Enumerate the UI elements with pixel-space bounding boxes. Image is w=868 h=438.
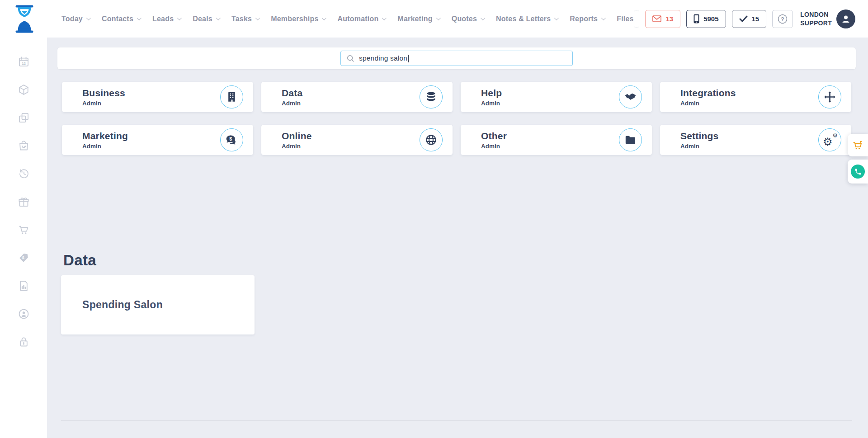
topbar-search <box>634 10 640 28</box>
avatar-person-icon <box>840 14 851 24</box>
gift-icon[interactable] <box>18 196 30 208</box>
chevron-down-icon <box>554 16 559 20</box>
database-icon <box>425 91 437 103</box>
nav-item-marketing[interactable]: Marketing <box>397 15 439 23</box>
nav-item-automation[interactable]: Automation <box>337 15 385 23</box>
history-icon[interactable] <box>18 168 30 180</box>
app-logo-hourglass-icon[interactable] <box>14 5 34 33</box>
chevron-down-icon <box>436 16 441 20</box>
module-search-value: spending salon <box>359 54 407 62</box>
topbar-search-input[interactable] <box>634 10 640 28</box>
nav-item-leads[interactable]: Leads <box>152 15 180 23</box>
result-item-spending-salon[interactable]: Spending Salon <box>61 275 255 334</box>
nav-item-files[interactable]: Files <box>617 15 633 23</box>
envelope-icon <box>652 15 661 22</box>
svg-text:?: ? <box>781 16 784 22</box>
question-icon: ? <box>778 14 788 24</box>
nav-item-today[interactable]: Today <box>61 15 90 23</box>
main-navigation: Today Contacts Leads Deals Tasks Members… <box>61 15 634 23</box>
chevron-down-icon <box>177 16 182 20</box>
nav-item-contacts[interactable]: Contacts <box>102 15 140 23</box>
card-settings-admin[interactable]: Settings Admin ⚙ ⚙ <box>660 125 851 155</box>
cube-icon[interactable] <box>18 84 30 96</box>
report-icon[interactable] <box>18 280 30 292</box>
card-other-admin[interactable]: Other Admin <box>461 125 652 155</box>
svg-text:12: 12 <box>22 61 26 66</box>
main-content: spending salon Business Admin <box>47 38 868 438</box>
chevron-down-icon <box>481 16 485 20</box>
chevron-down-icon <box>382 16 387 20</box>
chevron-down-icon <box>601 16 606 20</box>
cart-icon[interactable] <box>18 224 30 236</box>
admin-cards-grid: Business Admin Data Admin <box>62 82 851 155</box>
card-integrations-admin[interactable]: Integrations Admin <box>660 82 851 112</box>
nav-item-deals[interactable]: Deals <box>193 15 219 23</box>
chevron-down-icon <box>255 16 260 20</box>
user-circle-icon[interactable] <box>18 308 30 320</box>
folder-icon <box>624 134 637 146</box>
check-icon <box>739 15 748 22</box>
building-icon <box>226 91 238 103</box>
nav-item-tasks[interactable]: Tasks <box>231 15 259 23</box>
copy-icon[interactable] <box>18 112 30 124</box>
nav-item-memberships[interactable]: Memberships <box>271 15 325 23</box>
results-heading: Data <box>63 252 856 269</box>
text-cursor <box>408 55 409 62</box>
tasks-count: 15 <box>752 15 760 23</box>
module-search-band: spending salon <box>57 47 856 69</box>
gears-icon: ⚙ ⚙ <box>824 134 836 146</box>
card-online-admin[interactable]: Online Admin <box>261 125 453 155</box>
user-avatar[interactable] <box>836 9 855 28</box>
chevron-down-icon <box>137 16 142 20</box>
card-marketing-admin[interactable]: Marketing Admin $ <box>62 125 253 155</box>
left-sidebar: 12 <box>0 38 47 438</box>
nav-item-quotes[interactable]: Quotes <box>452 15 484 23</box>
floating-phone-widget[interactable] <box>848 160 868 184</box>
phone-indicator[interactable]: 5905 <box>686 10 726 28</box>
comment-dollar-icon: $ <box>226 134 238 146</box>
svg-text:$: $ <box>22 255 24 260</box>
mail-indicator[interactable]: 13 <box>645 10 680 28</box>
card-data-admin[interactable]: Data Admin <box>261 82 453 112</box>
tasks-indicator[interactable]: 15 <box>732 10 767 28</box>
globe-icon <box>425 134 437 146</box>
mobile-icon <box>693 14 699 24</box>
search-icon <box>347 55 354 62</box>
calendar-icon[interactable]: 12 <box>18 56 30 68</box>
phone-teal-icon <box>854 168 862 175</box>
chevron-down-icon <box>216 16 221 20</box>
floating-cart-widget[interactable] <box>848 134 868 156</box>
lock-icon[interactable] <box>18 336 30 348</box>
svg-text:$: $ <box>229 136 232 141</box>
chevron-down-icon <box>322 16 326 20</box>
mail-count: 13 <box>665 15 673 23</box>
section-divider <box>61 420 852 421</box>
bag-return-icon[interactable] <box>18 140 30 152</box>
help-button[interactable]: ? <box>772 10 793 28</box>
phone-count: 5905 <box>703 15 718 23</box>
nav-item-notes-letters[interactable]: Notes & Letters <box>496 15 557 23</box>
nav-item-reports[interactable]: Reports <box>570 15 604 23</box>
user-name[interactable]: LONDON SUPPORT <box>800 10 832 27</box>
handshake-icon <box>624 91 637 103</box>
search-results-section: Data Spending Salon <box>61 252 856 334</box>
card-help-admin[interactable]: Help Admin <box>461 82 652 112</box>
card-business-admin[interactable]: Business Admin <box>62 82 253 112</box>
chevron-down-icon <box>86 16 91 20</box>
cart-orange-icon <box>852 139 864 151</box>
move-arrows-icon <box>824 91 836 103</box>
price-tag-icon[interactable]: $ <box>18 252 30 264</box>
topbar: Today Contacts Leads Deals Tasks Members… <box>0 0 868 38</box>
module-search-input[interactable]: spending salon <box>340 51 573 66</box>
